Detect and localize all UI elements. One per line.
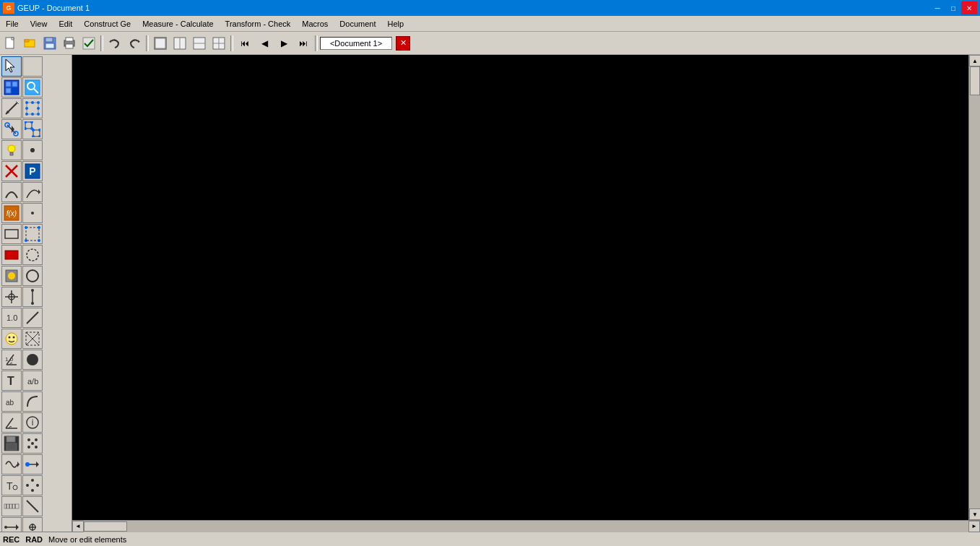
tool-arrow-line[interactable] [1, 517, 22, 532]
tool-row-17: i [1, 412, 70, 433]
tool-red-rect[interactable] [1, 245, 22, 265]
menu-item-macros[interactable]: Macros [296, 16, 334, 32]
svg-point-77 [27, 249, 38, 261]
scroll-left-button[interactable]: ◄ [72, 521, 84, 532]
tool-arrow-dot[interactable] [22, 454, 43, 474]
tool-angle-lbl[interactable]: 1.0 [1, 350, 22, 370]
tool-arc-tool[interactable] [22, 391, 43, 412]
nav-last-button[interactable]: ⏭ [294, 34, 313, 53]
title-bar-left: G GEUP - Document 1 [3, 2, 90, 14]
tool-curve[interactable] [1, 182, 22, 202]
svg-point-89 [6, 333, 17, 344]
svg-rect-108 [6, 443, 17, 450]
tool-ruler-tool[interactable] [1, 496, 22, 516]
tool-lamp[interactable] [1, 140, 22, 160]
tool-circ-full[interactable] [22, 350, 43, 370]
tool-num-label[interactable]: 1.0 [1, 308, 22, 328]
tool-cross-dots[interactable] [22, 475, 43, 495]
menu-item-help[interactable]: Help [381, 16, 409, 32]
tool-angle-sm[interactable] [1, 412, 22, 433]
tool-blue-box[interactable] [1, 77, 22, 98]
tool-ab-text[interactable]: ab [1, 391, 22, 412]
tool-row-12: 1.0 [1, 308, 70, 328]
tool-diag-line[interactable] [22, 308, 43, 328]
scroll-up-button[interactable]: ▲ [969, 55, 980, 66]
tool-grid-nodes[interactable] [22, 98, 43, 118]
restore-button[interactable]: □ [945, 1, 961, 14]
tool-dot-plus[interactable] [22, 517, 43, 532]
view4-button[interactable] [209, 34, 228, 53]
tool-select-dashed[interactable] [22, 224, 43, 244]
svg-marker-116 [36, 462, 39, 467]
tool-node-move[interactable] [1, 119, 22, 139]
menu-item-construct[interactable]: Construct Ge [78, 16, 136, 32]
tool-delete[interactable] [1, 161, 22, 181]
tool-crosshair[interactable] [1, 287, 22, 307]
tool-t-var[interactable]: T [1, 475, 22, 495]
scroll-thumb[interactable] [970, 66, 980, 95]
tool-transform[interactable] [22, 119, 43, 139]
nav-prev-button[interactable]: ◀ [255, 34, 274, 53]
canvas-area[interactable] [72, 55, 968, 520]
scroll-right-button[interactable]: ► [968, 521, 980, 532]
redo-button[interactable] [125, 34, 144, 53]
menu-item-edit[interactable]: Edit [53, 16, 78, 32]
menu-item-view[interactable]: View [25, 16, 53, 32]
bottom-scrollbar[interactable]: ◄ ► [72, 520, 980, 532]
document-close-button[interactable]: ✕ [396, 36, 410, 51]
nav-first-button[interactable]: ⏮ [235, 34, 254, 53]
tool-zoom-box[interactable] [22, 77, 43, 98]
tool-p-blue[interactable]: P [22, 161, 43, 181]
svg-rect-107 [6, 436, 15, 442]
tool-text-t[interactable]: T [1, 370, 22, 391]
menu-item-measure[interactable]: Measure - Calculate [136, 16, 219, 32]
tool-dot-single[interactable] [22, 140, 43, 160]
view2-button[interactable] [170, 34, 189, 53]
print-button[interactable] [60, 34, 79, 53]
tool-circ-open[interactable] [22, 266, 43, 286]
view1-button[interactable] [151, 34, 170, 53]
tool-pointer[interactable] [1, 56, 22, 77]
menu-item-document[interactable]: Document [334, 16, 381, 32]
close-button[interactable]: ✕ [961, 1, 977, 14]
tool-trail[interactable] [1, 454, 22, 474]
tool-line-diag-r[interactable] [22, 496, 43, 516]
tool-dots-4[interactable] [22, 433, 43, 454]
check-button[interactable] [79, 34, 98, 53]
tool-dot-sm[interactable] [22, 203, 43, 223]
status-rad: RAD [25, 535, 43, 544]
hscroll-thumb[interactable] [84, 521, 127, 532]
scroll-down-button[interactable]: ▼ [969, 508, 980, 520]
tool-arrow-right[interactable] [22, 182, 43, 202]
tool-draw[interactable] [1, 98, 22, 118]
menu-item-transform[interactable]: Transform - Check [220, 16, 297, 32]
open-button[interactable] [21, 34, 40, 53]
svg-rect-76 [5, 251, 18, 259]
svg-rect-0 [6, 38, 14, 48]
svg-point-39 [25, 113, 28, 116]
tool-row-0 [1, 56, 70, 77]
new-button[interactable] [1, 34, 20, 53]
tool-func[interactable]: f(x) [1, 203, 22, 223]
save-button[interactable] [40, 34, 59, 53]
view3-button[interactable] [190, 34, 209, 53]
right-scrollbar[interactable]: ▲ ▼ [968, 55, 980, 520]
svg-marker-131 [16, 524, 19, 530]
tool-rect-tool[interactable] [1, 224, 22, 244]
tool-info-i[interactable]: i [22, 412, 43, 433]
tool-circ-dash[interactable] [22, 245, 43, 265]
svg-point-36 [37, 101, 40, 104]
tool-line-v[interactable] [22, 287, 43, 307]
undo-button[interactable] [105, 34, 124, 53]
nav-play-button[interactable]: ▶ [274, 34, 293, 53]
tool-row-8 [1, 224, 70, 244]
menu-item-file[interactable]: File [0, 16, 25, 32]
tool-smiley[interactable] [1, 329, 22, 349]
document-label: <Document 1> [320, 37, 392, 50]
tool-bucket[interactable] [1, 266, 22, 286]
minimize-button[interactable]: ─ [929, 1, 945, 14]
tool-save-disk[interactable] [1, 433, 22, 454]
tool-cross-sel[interactable] [22, 329, 43, 349]
tool-percent[interactable]: a/b [22, 370, 43, 391]
svg-point-132 [4, 526, 7, 529]
